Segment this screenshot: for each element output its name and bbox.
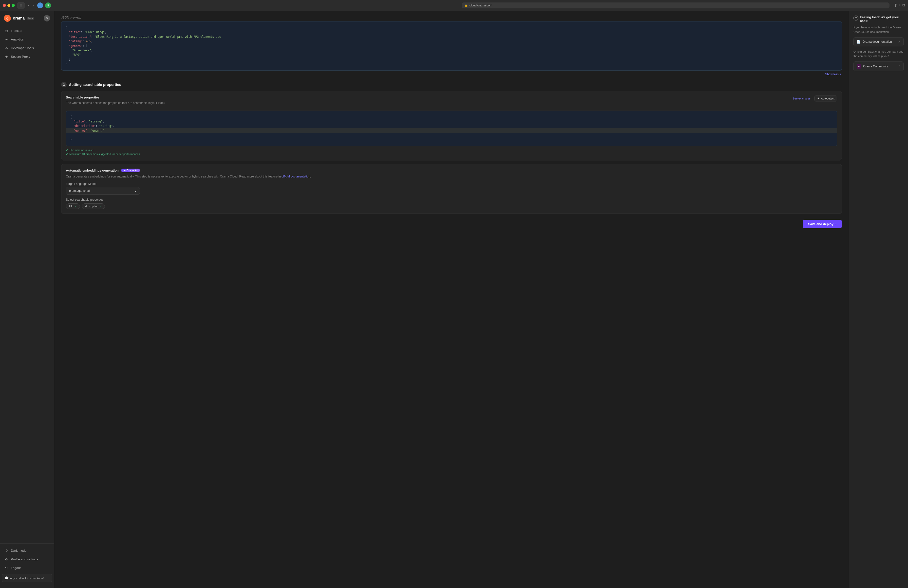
help-desc-1: If you have any doubt read the Orama Ope… xyxy=(853,25,903,34)
help-panel: ? Feeling lost? We got your back! If you… xyxy=(849,11,908,588)
traffic-lights xyxy=(3,4,15,7)
section-title: Setting searchable properties xyxy=(69,82,121,87)
slack-icon: # xyxy=(856,64,861,69)
beta-badge: beta xyxy=(27,17,34,20)
arrow-right-icon: › xyxy=(836,222,836,226)
action-row: Save and deploy › xyxy=(61,217,842,228)
orama-documentation-link[interactable]: 📄 Orama documentation ↗ xyxy=(853,37,903,47)
sidebar-item-analytics[interactable]: ∿ Analytics xyxy=(2,35,52,43)
official-docs-link[interactable]: official documentation xyxy=(282,175,310,178)
llm-field-label: Large Language Model xyxy=(66,182,837,185)
tabs-icon[interactable]: ⧉ xyxy=(902,3,905,8)
embeddings-header: Automatic embeddings generation ✦ Orama … xyxy=(66,169,837,172)
embeddings-title: Automatic embeddings generation xyxy=(66,169,119,172)
star-icon: ✦ xyxy=(124,169,126,172)
orama-community-link[interactable]: # Orama Community ↗ xyxy=(853,61,903,71)
help-header: ? Feeling lost? We got your back! xyxy=(853,15,903,23)
sidebar-item-logout-label: Logout xyxy=(11,566,21,570)
secure-proxy-icon: ⊕ xyxy=(5,55,8,58)
profile-icon: ⚙ xyxy=(5,557,8,561)
sidebar-item-secure-proxy[interactable]: ⊕ Secure Proxy xyxy=(2,53,52,61)
doc-link-left: 📄 Orama documentation xyxy=(856,40,892,44)
llm-value: orama/gte-small xyxy=(69,189,90,193)
prop-title-check: ✓ xyxy=(74,205,77,208)
check-icon-2: ✓ xyxy=(66,153,68,156)
sidebar: o orama beta B ▤ Indexes ∿ Analytics </>… xyxy=(0,11,54,588)
orama-tab-icon[interactable]: i xyxy=(37,2,43,8)
card-title-desc: Searchable properties The Orama schema d… xyxy=(66,95,165,109)
add-tab-icon[interactable]: + xyxy=(898,3,901,8)
browser-nav: ‹ › xyxy=(27,2,35,9)
embeddings-desc: Orama generates embeddings for you autom… xyxy=(66,174,837,179)
dark-mode-icon: ☽ xyxy=(5,549,8,553)
back-button[interactable]: ‹ xyxy=(27,2,31,9)
google-tab-icon[interactable]: G xyxy=(45,2,51,8)
json-preview-section: JSON preview: { "title": "Elden Ring", "… xyxy=(61,16,842,76)
save-deploy-label: Save and deploy xyxy=(808,222,834,226)
help-desc-2: Or join our Slack channel, our team and … xyxy=(853,49,903,58)
minimize-button[interactable] xyxy=(7,4,10,7)
lock-icon: 🔒 xyxy=(465,4,468,7)
external-link-icon-2: ↗ xyxy=(898,64,900,68)
chevron-up-icon: ∧ xyxy=(840,72,842,76)
prop-tag-title[interactable]: title ✓ xyxy=(66,203,80,209)
main-content: JSON preview: { "title": "Elden Ring", "… xyxy=(54,11,908,588)
check-icon-1: ✓ xyxy=(66,148,68,152)
logout-icon: ↪ xyxy=(5,566,8,570)
community-link-left: # Orama Community xyxy=(856,64,888,69)
prop-description-label: description xyxy=(85,205,98,208)
json-code-block: { "title": "Elden Ring", "description": … xyxy=(61,21,842,71)
forward-button[interactable]: › xyxy=(31,2,35,9)
maximize-button[interactable] xyxy=(12,4,15,7)
user-avatar[interactable]: B xyxy=(43,15,50,21)
sidebar-item-indexes[interactable]: ▤ Indexes xyxy=(2,27,52,35)
feedback-label: Any feedback? Let us know! xyxy=(10,577,44,580)
schema-valid-messages: ✓ The schema is valid ✓ Maximum 10 prope… xyxy=(66,148,837,156)
sidebar-item-indexes-label: Indexes xyxy=(11,29,22,32)
sidebar-item-developer-tools[interactable]: </> Developer Tools xyxy=(2,44,52,52)
logo-icon: o xyxy=(4,15,11,22)
sidebar-item-logout[interactable]: ↪ Logout xyxy=(2,564,52,572)
analytics-icon: ∿ xyxy=(5,37,8,41)
sidebar-item-profile[interactable]: ⚙ Profile and settings xyxy=(2,555,52,563)
sidebar-bottom: ☽ Dark mode ⚙ Profile and settings ↪ Log… xyxy=(0,543,54,584)
llm-dropdown[interactable]: orama/gte-small ∨ xyxy=(66,187,140,195)
share-icon[interactable]: ⬆ xyxy=(894,3,897,8)
prop-description-check: ✓ xyxy=(100,205,101,208)
see-examples-button[interactable]: See examples xyxy=(792,97,811,100)
card-actions: See examples ✦ Autodetect xyxy=(792,95,837,101)
sidebar-toggle[interactable]: ☰ xyxy=(17,2,25,9)
prop-tag-description[interactable]: description ✓ xyxy=(82,203,105,209)
address-bar[interactable]: 🔒 cloud.orama.com xyxy=(462,2,889,8)
community-link-label: Orama Community xyxy=(863,64,888,68)
chat-icon: 💬 xyxy=(5,576,9,580)
sidebar-item-secure-proxy-label: Secure Proxy xyxy=(11,55,30,58)
dev-tools-icon: </> xyxy=(5,47,8,50)
doc-icon: 📄 xyxy=(856,40,861,44)
section-header: 2 Setting searchable properties xyxy=(61,82,842,87)
save-deploy-button[interactable]: Save and deploy › xyxy=(803,220,842,228)
embeddings-card: Automatic embeddings generation ✦ Orama … xyxy=(61,164,842,214)
help-header-text: Feeling lost? We got your back! xyxy=(860,15,903,23)
external-link-icon-1: ↗ xyxy=(898,40,900,43)
sidebar-item-profile-label: Profile and settings xyxy=(11,557,38,561)
schema-code-block[interactable]: { "title": "string", "description": "str… xyxy=(66,111,837,146)
app-container: o orama beta B ▤ Indexes ∿ Analytics </>… xyxy=(0,11,908,588)
select-props-label: Select searchable properties xyxy=(66,198,837,201)
url-text: cloud.orama.com xyxy=(470,4,492,7)
searchable-props-desc: The Orama schema defines the properties … xyxy=(66,101,165,105)
chevron-down-icon: ∨ xyxy=(134,189,137,193)
sidebar-item-dark-mode-label: Dark mode xyxy=(11,549,27,553)
doc-link-label: Orama documentation xyxy=(863,40,892,43)
feedback-box[interactable]: 💬 Any feedback? Let us know! xyxy=(2,574,52,582)
autodetect-button[interactable]: ✦ Autodetect xyxy=(815,95,837,101)
sidebar-item-dark-mode[interactable]: ☽ Dark mode xyxy=(2,546,52,555)
close-button[interactable] xyxy=(3,4,6,7)
sidebar-item-developer-tools-label: Developer Tools xyxy=(11,46,34,50)
card-header-row: Searchable properties The Orama schema d… xyxy=(66,95,837,109)
autodetect-label: Autodetect xyxy=(821,97,834,100)
valid-line-1: ✓ The schema is valid xyxy=(66,148,837,152)
prop-title-label: title xyxy=(69,205,73,208)
show-less-button[interactable]: Show less ∧ xyxy=(61,72,842,76)
sidebar-item-analytics-label: Analytics xyxy=(11,37,24,41)
